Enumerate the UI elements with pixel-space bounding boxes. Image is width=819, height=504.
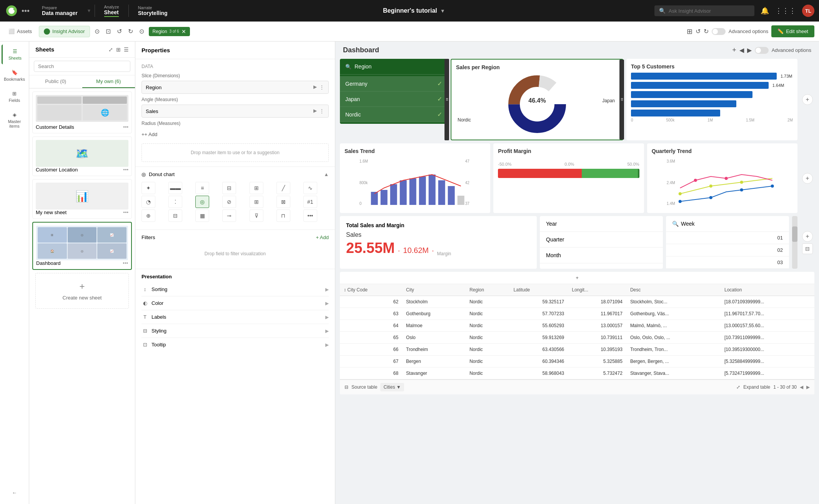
viz-icon-pivot[interactable]: ⊠ <box>276 196 290 208</box>
table-row[interactable]: 63 Gothenburg Nordic 57.707233 11.967017… <box>340 308 814 320</box>
advanced-options-toggle[interactable] <box>712 28 726 35</box>
undo-icon[interactable]: ↺ <box>696 28 701 35</box>
filter-month[interactable]: Month <box>540 248 663 263</box>
toolbar-icon-4[interactable]: ↻ <box>127 26 135 37</box>
pres-sorting[interactable]: ↕ Sorting ▶ <box>141 283 329 296</box>
sheet-menu-new-btn[interactable]: ••• <box>123 210 128 215</box>
right-scrollbar[interactable] <box>792 216 797 269</box>
sidebar-item-sheets[interactable]: ☰ Sheets <box>2 45 28 64</box>
viz-icon-table[interactable]: ⊟ <box>222 182 236 194</box>
col-longitude[interactable]: Longit... <box>568 284 626 296</box>
region-resize-handle[interactable]: ⠿ <box>444 59 449 140</box>
table-row[interactable]: 65 Oslo Nordic 59.913269 10.739111 Oslo,… <box>340 332 814 344</box>
expand-icon[interactable]: ⤢ <box>108 47 113 53</box>
view-grid-icon[interactable]: ⊞ <box>687 27 692 36</box>
sheet-item-dashboard[interactable]: ⊞ ◎ 📈 🏠 ◎ 📈 Dashboard ••• <box>32 222 132 270</box>
list-view-icon[interactable]: ☰ <box>124 47 129 53</box>
sheet-menu-btn[interactable]: ••• <box>123 124 128 130</box>
add-widget-btn[interactable]: + <box>732 46 736 54</box>
insight-search[interactable]: 🔍 <box>654 5 754 16</box>
pres-tooltip[interactable]: ⊡ Tooltip ▶ <box>141 338 329 351</box>
toolbar-icon-3[interactable]: ↺ <box>115 26 123 37</box>
app-title-dropdown[interactable]: ▼ <box>440 8 445 14</box>
viz-icon-bar[interactable]: ▬▬ <box>168 182 182 194</box>
toolbar-icon-2[interactable]: ⊡ <box>104 26 112 37</box>
table-row[interactable]: 67 Bergen Nordic 60.394346 5.325885 Berg… <box>340 356 814 368</box>
add-row-btn-3[interactable]: + <box>802 231 813 242</box>
nav-dots-btn[interactable]: ••• <box>22 7 30 15</box>
qlik-logo[interactable] <box>5 4 18 18</box>
angle-field[interactable]: Sales ▶ ⋮ <box>141 105 329 118</box>
slice-expand-icon[interactable]: ▶ <box>313 84 317 90</box>
viz-icon-number[interactable]: #1 <box>303 196 317 208</box>
region-item-japan[interactable]: Japan ✓ <box>340 91 448 107</box>
region-item-germany[interactable]: Germany ✓ <box>340 76 448 91</box>
table-row[interactable]: 62 Stockholm Nordic 59.325117 18.071094 … <box>340 296 814 308</box>
week-item-3[interactable]: 03 <box>666 256 789 269</box>
week-item-2[interactable]: 02 <box>666 244 789 256</box>
add-row-btn-2[interactable]: + <box>802 173 813 184</box>
viz-icon-donut[interactable]: ◎ <box>195 196 209 208</box>
adv-options-toggle[interactable] <box>755 47 769 54</box>
app-title[interactable]: Beginner's tutorial <box>383 7 437 14</box>
pres-styling[interactable]: ⊟ Styling ▶ <box>141 324 329 338</box>
region-item-nordic[interactable]: Nordic ✓ <box>340 107 448 122</box>
sidebar-item-fields[interactable]: ⊞ Fields <box>2 87 28 106</box>
col-citycode[interactable]: ↕ City Code <box>340 284 402 296</box>
toolbar-icon-1[interactable]: ⊙ <box>93 26 101 37</box>
viz-icon-stacked[interactable]: ≡ <box>195 182 209 194</box>
filter-quarter[interactable]: Quarter <box>540 232 663 248</box>
edit-sheet-btn[interactable]: ✏️ Edit sheet <box>771 25 814 37</box>
tab-myown[interactable]: My own (6) <box>82 75 135 88</box>
sidebar-item-bookmarks[interactable]: 🔖 Bookmarks <box>2 66 28 85</box>
tab-public[interactable]: Public (0) <box>29 75 82 88</box>
viz-icon-scatter[interactable]: ⁚ <box>168 196 182 208</box>
viz-header[interactable]: ◎ Donut chart ▲ <box>141 171 329 177</box>
toolbar-icon-5[interactable]: ⊙ <box>138 26 146 37</box>
angle-expand-icon[interactable]: ▶ <box>313 108 317 114</box>
filters-add-btn[interactable]: + Add <box>316 235 329 240</box>
grid-view-icon[interactable]: ⊞ <box>116 47 121 53</box>
slice-field[interactable]: Region ▶ ⋮ <box>141 81 329 94</box>
pres-labels[interactable]: T Labels ▶ <box>141 310 329 324</box>
viz-icon-waterfall[interactable]: ⊓ <box>276 210 290 222</box>
region-filter-tag[interactable]: Region 3 of 6 ✕ <box>149 27 190 36</box>
sheets-search-input[interactable] <box>34 61 130 72</box>
col-location[interactable]: Location <box>721 284 814 296</box>
region-tag-close[interactable]: ✕ <box>181 28 186 35</box>
sheet-item-customer-details[interactable]: 🌐 Customer Details ••• <box>32 91 132 133</box>
prev-icon[interactable]: ◀ <box>739 47 744 54</box>
sheet-menu-dashboard-btn[interactable]: ••• <box>123 260 128 266</box>
viz-icon-grid2[interactable]: ⊞ <box>250 196 263 208</box>
sheet-item-mynewsheet[interactable]: 📊 My new sheet ••• <box>32 179 132 219</box>
insight-advisor-btn[interactable]: Insight Advisor <box>39 26 90 37</box>
next-icon[interactable]: ▶ <box>747 47 752 54</box>
sidebar-item-masteritems[interactable]: ◈ Master items <box>2 108 28 132</box>
prev-page-btn[interactable]: ◀ <box>800 384 803 390</box>
sheet-menu-location-btn[interactable]: ••• <box>123 167 128 173</box>
create-sheet-btn[interactable]: + Create new sheet <box>35 273 129 309</box>
add-row-btn[interactable]: + <box>802 94 813 105</box>
pres-color[interactable]: ◐ Color ▶ <box>141 296 329 310</box>
insight-search-input[interactable] <box>669 8 750 14</box>
col-city[interactable]: City <box>402 284 466 296</box>
viz-icon-sankey[interactable]: ⊸ <box>222 210 236 222</box>
next-page-btn[interactable]: ▶ <box>806 384 810 390</box>
assets-btn[interactable]: ⬜ Assets <box>5 26 36 37</box>
table-view-btn[interactable]: ⊟ <box>802 243 813 254</box>
col-desc[interactable]: Desc <box>626 284 721 296</box>
slice-more-icon[interactable]: ⋮ <box>319 84 325 90</box>
notification-icon[interactable]: 🔔 <box>761 7 769 15</box>
angle-more-icon[interactable]: ⋮ <box>319 108 325 114</box>
viz-icon-gauge[interactable]: ◔ <box>141 196 155 208</box>
scrollbar-thumb[interactable] <box>792 226 797 242</box>
viz-icon-map[interactable]: ⊕ <box>141 210 155 222</box>
viz-icon-pie[interactable]: ⊘ <box>222 196 236 208</box>
prepare-dropdown[interactable]: ▼ <box>87 8 92 13</box>
viz-icon-heatmap[interactable]: ▦ <box>195 210 209 222</box>
user-avatar[interactable]: TL <box>802 5 814 17</box>
viz-icon-combo[interactable]: ∿ <box>303 182 317 194</box>
sales-resize-handle[interactable]: ⠿ <box>619 60 624 140</box>
viz-icon-more[interactable]: ••• <box>303 210 317 222</box>
table-add-btn[interactable]: + <box>340 272 814 284</box>
